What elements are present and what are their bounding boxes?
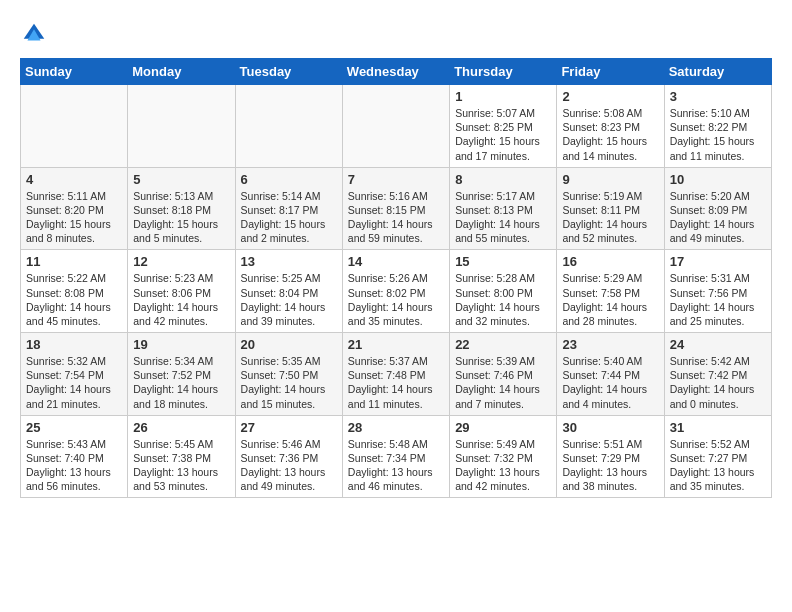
logo: [20, 20, 52, 48]
calendar-week-row: 4Sunrise: 5:11 AM Sunset: 8:20 PM Daylig…: [21, 167, 772, 250]
day-number: 21: [348, 337, 444, 352]
day-info: Sunrise: 5:43 AM Sunset: 7:40 PM Dayligh…: [26, 437, 122, 494]
calendar-cell: 17Sunrise: 5:31 AM Sunset: 7:56 PM Dayli…: [664, 250, 771, 333]
calendar-cell: [21, 85, 128, 168]
calendar-cell: 14Sunrise: 5:26 AM Sunset: 8:02 PM Dayli…: [342, 250, 449, 333]
page: SundayMondayTuesdayWednesdayThursdayFrid…: [0, 0, 792, 508]
calendar-day-header: Tuesday: [235, 59, 342, 85]
day-number: 28: [348, 420, 444, 435]
calendar-cell: 28Sunrise: 5:48 AM Sunset: 7:34 PM Dayli…: [342, 415, 449, 498]
day-info: Sunrise: 5:42 AM Sunset: 7:42 PM Dayligh…: [670, 354, 766, 411]
day-number: 19: [133, 337, 229, 352]
calendar-day-header: Sunday: [21, 59, 128, 85]
calendar-cell: 3Sunrise: 5:10 AM Sunset: 8:22 PM Daylig…: [664, 85, 771, 168]
day-number: 18: [26, 337, 122, 352]
day-number: 15: [455, 254, 551, 269]
day-number: 3: [670, 89, 766, 104]
calendar-day-header: Saturday: [664, 59, 771, 85]
calendar-cell: 31Sunrise: 5:52 AM Sunset: 7:27 PM Dayli…: [664, 415, 771, 498]
day-number: 4: [26, 172, 122, 187]
day-info: Sunrise: 5:40 AM Sunset: 7:44 PM Dayligh…: [562, 354, 658, 411]
calendar-cell: 22Sunrise: 5:39 AM Sunset: 7:46 PM Dayli…: [450, 333, 557, 416]
day-number: 10: [670, 172, 766, 187]
calendar-cell: 30Sunrise: 5:51 AM Sunset: 7:29 PM Dayli…: [557, 415, 664, 498]
day-info: Sunrise: 5:49 AM Sunset: 7:32 PM Dayligh…: [455, 437, 551, 494]
day-info: Sunrise: 5:48 AM Sunset: 7:34 PM Dayligh…: [348, 437, 444, 494]
day-number: 5: [133, 172, 229, 187]
calendar-week-row: 18Sunrise: 5:32 AM Sunset: 7:54 PM Dayli…: [21, 333, 772, 416]
calendar-cell: 20Sunrise: 5:35 AM Sunset: 7:50 PM Dayli…: [235, 333, 342, 416]
day-number: 12: [133, 254, 229, 269]
day-info: Sunrise: 5:32 AM Sunset: 7:54 PM Dayligh…: [26, 354, 122, 411]
calendar-cell: 29Sunrise: 5:49 AM Sunset: 7:32 PM Dayli…: [450, 415, 557, 498]
calendar-cell: [342, 85, 449, 168]
calendar-cell: 7Sunrise: 5:16 AM Sunset: 8:15 PM Daylig…: [342, 167, 449, 250]
day-number: 2: [562, 89, 658, 104]
day-info: Sunrise: 5:14 AM Sunset: 8:17 PM Dayligh…: [241, 189, 337, 246]
calendar-day-header: Friday: [557, 59, 664, 85]
calendar-cell: 15Sunrise: 5:28 AM Sunset: 8:00 PM Dayli…: [450, 250, 557, 333]
calendar-cell: 4Sunrise: 5:11 AM Sunset: 8:20 PM Daylig…: [21, 167, 128, 250]
day-info: Sunrise: 5:17 AM Sunset: 8:13 PM Dayligh…: [455, 189, 551, 246]
calendar-cell: 6Sunrise: 5:14 AM Sunset: 8:17 PM Daylig…: [235, 167, 342, 250]
day-info: Sunrise: 5:22 AM Sunset: 8:08 PM Dayligh…: [26, 271, 122, 328]
calendar-cell: [128, 85, 235, 168]
calendar-week-row: 1Sunrise: 5:07 AM Sunset: 8:25 PM Daylig…: [21, 85, 772, 168]
day-info: Sunrise: 5:37 AM Sunset: 7:48 PM Dayligh…: [348, 354, 444, 411]
day-number: 26: [133, 420, 229, 435]
day-number: 29: [455, 420, 551, 435]
day-info: Sunrise: 5:35 AM Sunset: 7:50 PM Dayligh…: [241, 354, 337, 411]
day-number: 24: [670, 337, 766, 352]
calendar-cell: 19Sunrise: 5:34 AM Sunset: 7:52 PM Dayli…: [128, 333, 235, 416]
day-number: 25: [26, 420, 122, 435]
day-info: Sunrise: 5:19 AM Sunset: 8:11 PM Dayligh…: [562, 189, 658, 246]
calendar-cell: 2Sunrise: 5:08 AM Sunset: 8:23 PM Daylig…: [557, 85, 664, 168]
day-number: 11: [26, 254, 122, 269]
logo-icon: [20, 20, 48, 48]
calendar-cell: [235, 85, 342, 168]
day-number: 14: [348, 254, 444, 269]
calendar-cell: 8Sunrise: 5:17 AM Sunset: 8:13 PM Daylig…: [450, 167, 557, 250]
calendar-cell: 18Sunrise: 5:32 AM Sunset: 7:54 PM Dayli…: [21, 333, 128, 416]
day-number: 9: [562, 172, 658, 187]
calendar-cell: 5Sunrise: 5:13 AM Sunset: 8:18 PM Daylig…: [128, 167, 235, 250]
day-info: Sunrise: 5:34 AM Sunset: 7:52 PM Dayligh…: [133, 354, 229, 411]
day-number: 31: [670, 420, 766, 435]
day-info: Sunrise: 5:45 AM Sunset: 7:38 PM Dayligh…: [133, 437, 229, 494]
calendar-cell: 10Sunrise: 5:20 AM Sunset: 8:09 PM Dayli…: [664, 167, 771, 250]
day-info: Sunrise: 5:10 AM Sunset: 8:22 PM Dayligh…: [670, 106, 766, 163]
calendar-cell: 13Sunrise: 5:25 AM Sunset: 8:04 PM Dayli…: [235, 250, 342, 333]
day-info: Sunrise: 5:11 AM Sunset: 8:20 PM Dayligh…: [26, 189, 122, 246]
day-info: Sunrise: 5:20 AM Sunset: 8:09 PM Dayligh…: [670, 189, 766, 246]
calendar-cell: 11Sunrise: 5:22 AM Sunset: 8:08 PM Dayli…: [21, 250, 128, 333]
day-info: Sunrise: 5:46 AM Sunset: 7:36 PM Dayligh…: [241, 437, 337, 494]
day-info: Sunrise: 5:26 AM Sunset: 8:02 PM Dayligh…: [348, 271, 444, 328]
day-info: Sunrise: 5:29 AM Sunset: 7:58 PM Dayligh…: [562, 271, 658, 328]
day-number: 6: [241, 172, 337, 187]
calendar-cell: 25Sunrise: 5:43 AM Sunset: 7:40 PM Dayli…: [21, 415, 128, 498]
day-number: 30: [562, 420, 658, 435]
calendar-week-row: 25Sunrise: 5:43 AM Sunset: 7:40 PM Dayli…: [21, 415, 772, 498]
day-info: Sunrise: 5:51 AM Sunset: 7:29 PM Dayligh…: [562, 437, 658, 494]
day-info: Sunrise: 5:13 AM Sunset: 8:18 PM Dayligh…: [133, 189, 229, 246]
calendar-cell: 12Sunrise: 5:23 AM Sunset: 8:06 PM Dayli…: [128, 250, 235, 333]
header: [20, 20, 772, 48]
day-number: 13: [241, 254, 337, 269]
calendar-header-row: SundayMondayTuesdayWednesdayThursdayFrid…: [21, 59, 772, 85]
day-number: 23: [562, 337, 658, 352]
calendar-cell: 9Sunrise: 5:19 AM Sunset: 8:11 PM Daylig…: [557, 167, 664, 250]
day-number: 1: [455, 89, 551, 104]
calendar-day-header: Monday: [128, 59, 235, 85]
calendar-cell: 24Sunrise: 5:42 AM Sunset: 7:42 PM Dayli…: [664, 333, 771, 416]
day-info: Sunrise: 5:31 AM Sunset: 7:56 PM Dayligh…: [670, 271, 766, 328]
calendar-cell: 26Sunrise: 5:45 AM Sunset: 7:38 PM Dayli…: [128, 415, 235, 498]
calendar-cell: 1Sunrise: 5:07 AM Sunset: 8:25 PM Daylig…: [450, 85, 557, 168]
day-info: Sunrise: 5:07 AM Sunset: 8:25 PM Dayligh…: [455, 106, 551, 163]
calendar-day-header: Thursday: [450, 59, 557, 85]
day-info: Sunrise: 5:52 AM Sunset: 7:27 PM Dayligh…: [670, 437, 766, 494]
calendar-day-header: Wednesday: [342, 59, 449, 85]
calendar-cell: 21Sunrise: 5:37 AM Sunset: 7:48 PM Dayli…: [342, 333, 449, 416]
calendar-cell: 27Sunrise: 5:46 AM Sunset: 7:36 PM Dayli…: [235, 415, 342, 498]
day-number: 7: [348, 172, 444, 187]
day-info: Sunrise: 5:39 AM Sunset: 7:46 PM Dayligh…: [455, 354, 551, 411]
